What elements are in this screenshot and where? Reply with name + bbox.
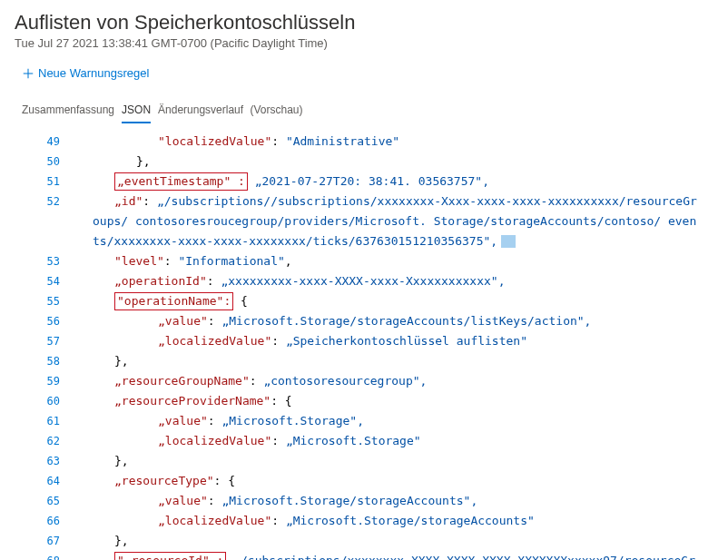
line-number: 66	[40, 511, 65, 531]
line-content: „value": „Microsoft.Storage",	[65, 411, 699, 431]
highlighted-key: „eventTimestamp" :	[114, 172, 248, 191]
line-content: "level": "Informational",	[65, 251, 699, 271]
line-content: "„resourceId" : „/subscriptions/xxxxxxxx…	[65, 551, 699, 561]
tab-json[interactable]: JSON	[122, 100, 151, 123]
code-line: 62„localizedValue": „Microsoft.Storage"	[40, 431, 699, 451]
line-content: "localizedValue": "Administrative"	[65, 132, 699, 152]
tab-changes[interactable]: Änderungsverlauf (Vorschau)	[158, 100, 302, 123]
line-content: },	[65, 351, 699, 371]
line-content: „localizedValue": „Speicherkontoschlüsse…	[65, 331, 699, 351]
line-content: "operationName": {	[65, 291, 699, 311]
code-line: 63},	[40, 451, 699, 471]
highlighted-key: "„resourceId" :	[114, 552, 226, 561]
new-alert-rule-label: Neue Warnungsregel	[38, 66, 149, 80]
page-timestamp: Tue Jul 27 2021 13:38:41 GMT-0700 (Pacif…	[15, 36, 713, 50]
code-line: 51„eventTimestamp" : „2021-07-27T20: 38:…	[40, 172, 699, 192]
code-line: 66„localizedValue": „Microsoft.Storage/s…	[40, 511, 699, 531]
line-number: 68	[40, 551, 65, 561]
line-number: 50	[40, 152, 65, 172]
line-number: 61	[40, 411, 65, 431]
highlighted-key: "operationName":	[114, 292, 233, 310]
code-line: 68"„resourceId" : „/subscriptions/xxxxxx…	[40, 551, 699, 561]
line-content: „eventTimestamp" : „2021-07-27T20: 38:41…	[65, 172, 699, 192]
line-content: },	[65, 531, 699, 551]
toolbar: Neue Warnungsregel	[22, 66, 713, 84]
line-content: „resourceGroupName": „contosoresourcegro…	[65, 371, 699, 391]
line-number: 57	[40, 331, 65, 351]
line-number: 55	[40, 291, 65, 311]
code-line: 52„id": „/subscriptions//subscriptions/x…	[40, 192, 699, 251]
line-content: „id": „/subscriptions//subscriptions/xxx…	[65, 192, 699, 251]
code-line: 61„value": „Microsoft.Storage",	[40, 411, 699, 431]
line-number: 63	[40, 451, 65, 471]
line-number: 58	[40, 351, 65, 371]
line-number: 59	[40, 371, 65, 391]
code-line: 65„value": „Microsoft.Storage/storageAcc…	[40, 491, 699, 511]
page-title: Auflisten von Speicherkontoschlüsseln	[15, 11, 713, 34]
code-line: 56„value": „Microsoft.Storage/storageAcc…	[40, 311, 699, 331]
line-number: 51	[40, 172, 65, 192]
line-content: „resourceType": {	[65, 471, 699, 491]
code-line: 55"operationName": {	[40, 291, 699, 311]
line-number: 56	[40, 311, 65, 331]
code-line: 64„resourceType": {	[40, 471, 699, 491]
plus-icon	[22, 67, 34, 80]
line-content: „localizedValue": „Microsoft.Storage"	[65, 431, 699, 451]
code-line: 49"localizedValue": "Administrative"	[40, 132, 699, 152]
line-content: „localizedValue": „Microsoft.Storage/sto…	[65, 511, 699, 531]
json-code-viewer[interactable]: 49"localizedValue": "Administrative"50},…	[40, 132, 699, 561]
line-number: 53	[40, 251, 65, 271]
code-line: 57„localizedValue": „Speicherkontoschlüs…	[40, 331, 699, 351]
line-content: },	[65, 451, 699, 471]
line-number: 49	[40, 132, 65, 152]
line-number: 54	[40, 271, 65, 291]
line-content: „resourceProviderName": {	[65, 391, 699, 411]
line-number: 67	[40, 531, 65, 551]
code-line: 53"level": "Informational",	[40, 251, 699, 271]
code-line: 50},	[40, 152, 699, 172]
line-content: },	[65, 152, 699, 172]
code-line: 67},	[40, 531, 699, 551]
line-number: 60	[40, 391, 65, 411]
code-line: 60„resourceProviderName": {	[40, 391, 699, 411]
line-number: 62	[40, 431, 65, 451]
line-content: „operationId": „xxxxxxxxx-xxxx-XXXX-xxxx…	[65, 271, 699, 291]
line-number: 65	[40, 491, 65, 511]
line-content: „value": „Microsoft.Storage/storageAccou…	[65, 491, 699, 511]
tabs: Zusammenfassung JSON Änderungsverlauf (V…	[22, 100, 713, 123]
line-content: „value": „Microsoft.Storage/storageAccou…	[65, 311, 699, 331]
selection-caret	[501, 235, 516, 248]
line-number: 64	[40, 471, 65, 491]
new-alert-rule-button[interactable]: Neue Warnungsregel	[22, 66, 149, 80]
code-line: 54„operationId": „xxxxxxxxx-xxxx-XXXX-xx…	[40, 271, 699, 291]
code-line: 58},	[40, 351, 699, 371]
tab-summary[interactable]: Zusammenfassung	[22, 100, 114, 123]
code-line: 59„resourceGroupName": „contosoresourceg…	[40, 371, 699, 391]
line-number: 52	[40, 192, 65, 211]
